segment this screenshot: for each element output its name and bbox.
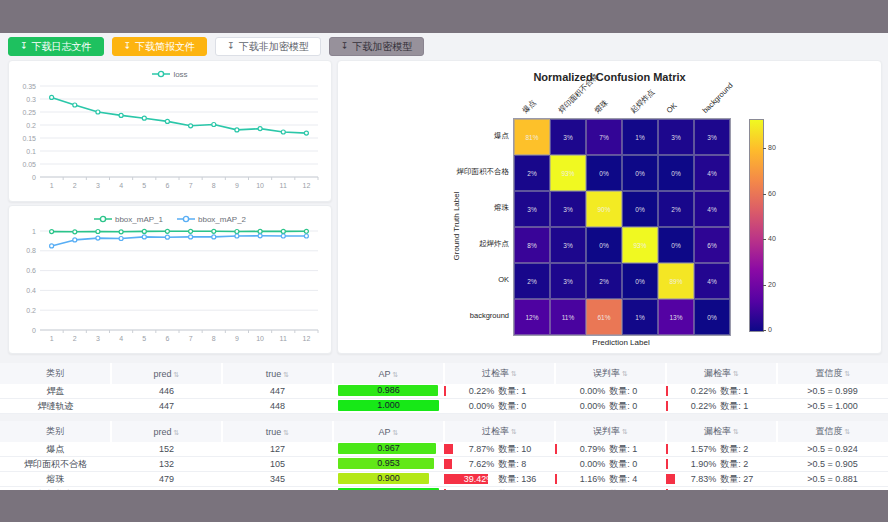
map-chart-panel: bbox_mAP_1bbox_mAP_2 00.20.40.60.8112345… bbox=[8, 205, 332, 354]
cm-cell-3-4: 0% bbox=[658, 227, 694, 263]
cm-col-label-4: OK bbox=[665, 101, 679, 115]
col-header-class: 类别 bbox=[0, 363, 111, 384]
cm-cell-value: 2% bbox=[527, 170, 536, 177]
col-header-misjudge-rate[interactable]: 误判率⇅ bbox=[555, 421, 666, 442]
confusion-matrix-ylabel: Ground Truth Label bbox=[452, 192, 461, 261]
col-header-miss-rate[interactable]: 漏检率⇅ bbox=[666, 363, 777, 384]
confusion-matrix-xlabel: Prediction Label bbox=[513, 338, 729, 347]
col-header-label: 置信度 bbox=[816, 368, 843, 378]
col-header-true[interactable]: true⇅ bbox=[222, 363, 333, 384]
sort-icon[interactable]: ⇅ bbox=[393, 429, 399, 436]
svg-text:12: 12 bbox=[303, 335, 311, 342]
cell-class: 焊盘 bbox=[0, 384, 111, 399]
col-header-overdetect-rate[interactable]: 过检率⇅ bbox=[444, 363, 555, 384]
sort-icon[interactable]: ⇅ bbox=[393, 371, 399, 378]
legend-item-bbox_mAP_1[interactable]: bbox_mAP_1 bbox=[94, 215, 163, 224]
ap-value: 1.000 bbox=[377, 400, 400, 410]
sort-icon[interactable]: ⇅ bbox=[511, 428, 517, 435]
svg-text:10: 10 bbox=[256, 182, 264, 189]
col-header-miss-rate[interactable]: 漏检率⇅ bbox=[666, 421, 777, 442]
rate-count: 数量: 27 bbox=[720, 473, 776, 486]
sort-icon[interactable]: ⇅ bbox=[845, 428, 851, 435]
cm-cell-value: 3% bbox=[563, 206, 572, 213]
svg-text:3: 3 bbox=[96, 335, 100, 342]
cm-cell-2-5: 4% bbox=[694, 191, 730, 227]
cell-pred: 446 bbox=[111, 384, 222, 399]
col-header-label: pred bbox=[154, 427, 172, 437]
colorbar-tick-label: 60 bbox=[768, 190, 776, 197]
rate-count: 数量: 2 bbox=[720, 443, 776, 456]
cell-class: 焊缝轨迹 bbox=[0, 399, 111, 414]
download-log-button[interactable]: ↧下载日志文件 bbox=[8, 37, 104, 56]
cm-cell-value: 11% bbox=[562, 314, 575, 321]
col-header-ap[interactable]: AP⇅ bbox=[333, 421, 444, 442]
svg-text:0.2: 0.2 bbox=[26, 307, 36, 314]
legend-marker-icon bbox=[94, 215, 112, 223]
sort-icon[interactable]: ⇅ bbox=[174, 429, 180, 436]
rate-count: 数量: 0 bbox=[609, 400, 665, 413]
legend-item-loss[interactable]: loss bbox=[152, 70, 187, 79]
colorbar-tick-mark bbox=[763, 285, 766, 286]
rate-percent: 0.22% bbox=[667, 401, 720, 411]
col-header-confidence[interactable]: 置信度⇅ bbox=[777, 363, 888, 384]
cm-cell-1-5: 4% bbox=[694, 155, 730, 191]
sort-icon[interactable]: ⇅ bbox=[283, 429, 289, 436]
svg-text:8: 8 bbox=[212, 335, 216, 342]
rate-percent: 7.62% bbox=[445, 459, 498, 469]
download-unencrypted-model-button[interactable]: ↧下载非加密模型 bbox=[215, 37, 321, 56]
sort-icon[interactable]: ⇅ bbox=[283, 371, 289, 378]
col-header-pred[interactable]: pred⇅ bbox=[111, 363, 222, 384]
cm-cell-value: 0% bbox=[671, 170, 680, 177]
confusion-matrix-grid: 81%3%7%1%3%3%2%93%0%0%0%4%3%3%90%0%2%4%8… bbox=[513, 118, 731, 336]
col-header-label: 漏检率 bbox=[704, 368, 731, 378]
sort-icon[interactable]: ⇅ bbox=[622, 428, 628, 435]
cell-pred: 479 bbox=[111, 472, 222, 487]
sort-icon[interactable]: ⇅ bbox=[733, 370, 739, 377]
col-header-label: AP bbox=[379, 369, 391, 379]
ap-value: 0.953 bbox=[377, 458, 400, 468]
colorbar-tick-mark bbox=[763, 148, 766, 149]
cm-cell-1-1: 93% bbox=[550, 155, 586, 191]
svg-text:1: 1 bbox=[50, 182, 54, 189]
sort-icon[interactable]: ⇅ bbox=[174, 371, 180, 378]
download-report-button[interactable]: ↧下载简报文件 bbox=[112, 37, 208, 56]
svg-text:5: 5 bbox=[142, 335, 146, 342]
rate-percent: 0.79% bbox=[556, 444, 609, 454]
download-encrypted-model-button[interactable]: ↧下载加密模型 bbox=[329, 37, 425, 56]
legend-item-bbox_mAP_2[interactable]: bbox_mAP_2 bbox=[177, 215, 246, 224]
sort-icon[interactable]: ⇅ bbox=[845, 370, 851, 377]
cm-cell-value: 0% bbox=[635, 278, 644, 285]
col-header-label: 过检率 bbox=[482, 426, 509, 436]
sort-icon[interactable]: ⇅ bbox=[511, 370, 517, 377]
col-header-confidence[interactable]: 置信度⇅ bbox=[777, 421, 888, 442]
cm-col-label-3: 起焊炸点 bbox=[629, 87, 657, 115]
cell-confidence: >0.5 = 1.000 bbox=[777, 399, 888, 414]
col-header-pred[interactable]: pred⇅ bbox=[111, 421, 222, 442]
col-header-ap[interactable]: AP⇅ bbox=[333, 363, 444, 384]
col-header-misjudge-rate[interactable]: 误判率⇅ bbox=[555, 363, 666, 384]
cm-cell-4-2: 2% bbox=[586, 263, 622, 299]
rate-count: 数量: 2 bbox=[720, 458, 776, 471]
cm-cell-0-5: 3% bbox=[694, 119, 730, 155]
sort-icon[interactable]: ⇅ bbox=[733, 428, 739, 435]
svg-text:2: 2 bbox=[73, 182, 77, 189]
svg-text:1: 1 bbox=[50, 335, 54, 342]
cm-cell-5-1: 11% bbox=[550, 299, 586, 335]
colorbar-tick-mark bbox=[763, 194, 766, 195]
cm-cell-5-4: 13% bbox=[658, 299, 694, 335]
cm-cell-value: 3% bbox=[563, 134, 572, 141]
svg-text:0: 0 bbox=[32, 174, 36, 181]
sort-icon[interactable]: ⇅ bbox=[622, 370, 628, 377]
rate-percent: 0.22% bbox=[667, 386, 720, 396]
rate-count: 数量: 10 bbox=[498, 443, 554, 456]
cm-cell-value: 8% bbox=[527, 242, 536, 249]
cell-pred: 152 bbox=[111, 442, 222, 457]
col-header-label: 误判率 bbox=[593, 368, 620, 378]
svg-text:11: 11 bbox=[280, 182, 287, 189]
cm-cell-value: 0% bbox=[599, 242, 608, 249]
svg-text:9: 9 bbox=[235, 335, 239, 342]
cell-miss-rate: 1.57%数量: 2 bbox=[666, 442, 777, 457]
col-header-true[interactable]: true⇅ bbox=[222, 421, 333, 442]
col-header-overdetect-rate[interactable]: 过检率⇅ bbox=[444, 421, 555, 442]
svg-text:0.2: 0.2 bbox=[26, 122, 36, 129]
